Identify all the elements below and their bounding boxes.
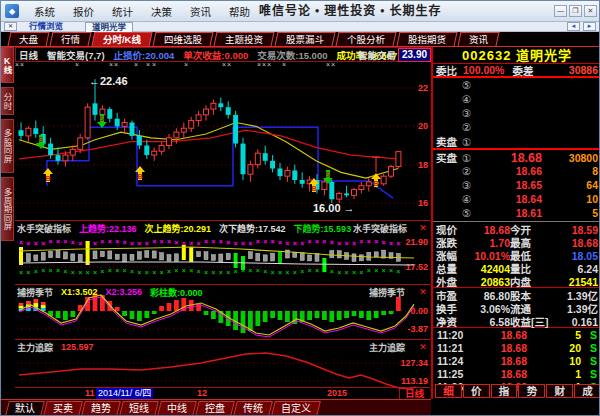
panel-tab-价[interactable]: 价 [463,384,490,398]
svg-text:×: × [226,269,230,276]
svg-text:×: × [86,269,90,276]
sidebar-tab-K线[interactable]: K线 [1,47,14,83]
pane2-close-icon[interactable]: ✕ [417,222,429,234]
panel-tab-成[interactable]: 成 [574,384,600,398]
menu-item-报价[interactable]: 报价 [64,4,103,19]
trade-dir: S [581,368,597,380]
toolbar-tab-默认[interactable]: 默认 [5,401,45,416]
trade-dir: S [581,342,597,354]
svg-text:×: × [267,61,271,68]
buy-vol: 10 [542,193,598,205]
svg-text:×: × [115,267,119,274]
ribbon-tab-label: 资讯 [469,33,488,46]
pane4-value: 125.597 [61,342,94,352]
ribbon-tab-四维选股[interactable]: 四维选股 [153,32,214,46]
panel-tab-细[interactable]: 细 [435,384,462,398]
chart-header: 智能交易 23.90 日线智能交易(7,7)止损价:20.004单次收益:0.0… [15,47,431,62]
menu-item-统计[interactable]: 统计 [103,4,142,19]
svg-text:×: × [184,61,188,68]
svg-text:×: × [315,238,319,245]
toolbar-tab-短线[interactable]: 短线 [119,401,159,416]
svg-text:×: × [100,268,104,275]
pane3-close-icon[interactable]: ✕ [417,286,429,298]
trade-row-11:24: 11:2418.6810S [433,354,600,367]
minimize-button[interactable]: — [554,5,567,17]
tab-close-icon[interactable]: ✕ [4,22,17,31]
svg-text:×: × [134,61,138,68]
panel-tab-财[interactable]: 财 [546,384,573,398]
nav-next-icon[interactable]: ► [583,22,596,31]
buy-vol: 30800 [542,152,598,164]
x-axis-label-11: 11 [85,388,95,399]
ribbon-tab-资讯[interactable]: 资讯 [458,32,500,46]
svg-text:×: × [382,239,386,246]
svg-text:16.00 →: 16.00 → [313,202,355,214]
ribbon-tab-分时/K线[interactable]: 分时/K线 [92,32,153,46]
svg-text:×: × [352,269,356,276]
svg-text:×: × [278,239,282,246]
ribbon-tab-个股分析[interactable]: 个股分析 [336,32,397,46]
buy-row-①: 买盘①18.6830800 [433,150,600,164]
svg-text:×: × [15,61,19,68]
svg-text:×: × [78,269,82,276]
svg-text:×: × [374,267,378,274]
sidebar-tab-多周期同屏[interactable]: 多周期同屏 [1,177,14,241]
menu-item-帮助[interactable]: 帮助 [220,4,259,19]
toolbar-tab-趋势[interactable]: 趋势 [81,401,121,416]
stat-value: 18.59 [554,224,598,236]
toolbar-tab-自定义[interactable]: 自定义 [271,401,321,416]
toolbar-tab-label: 自定义 [281,402,311,416]
toolbar-tab-买卖[interactable]: 买卖 [43,401,83,416]
svg-text:×: × [108,238,112,245]
svg-text:×: × [389,240,393,247]
tab-stock-daoming[interactable]: 道明光学 [85,22,133,32]
restore-button[interactable]: ❐ [569,5,582,17]
svg-text:×: × [152,238,156,245]
quote-panel-tabs: 细价指势财成 [433,384,600,398]
menu-bar: 系统报价统计决策资讯帮助 [25,4,259,19]
ribbon-tab-股指期货[interactable]: 股指期货 [397,32,458,46]
x-axis-period[interactable]: 日线 [399,388,429,399]
toolbar-tab-label: 短线 [129,402,149,416]
svg-text:×: × [63,238,67,245]
sidebar-tab-分时[interactable]: 分时 [1,87,14,115]
pane4-close-icon[interactable]: ✕ [417,341,429,353]
svg-text:×: × [382,267,386,274]
sidebar-tab-多股同屏[interactable]: 多股同屏 [1,119,14,173]
chart-header-item-4: 交易次数:15.000 [257,48,327,62]
tab-market-browse[interactable]: 行情浏览 [23,22,69,32]
sell-row-③: ③ [433,106,600,120]
stats-row-外盘: 外盘20863内盘21541 [433,274,600,287]
ribbon-tab-主题投资[interactable]: 主题投资 [214,32,275,46]
toolbar-tab-控盘[interactable]: 控盘 [195,401,235,416]
nav-prev-icon[interactable]: ◄ [567,22,580,31]
toolbar-tab-传统[interactable]: 传统 [233,401,273,416]
ribbon-tab-行情[interactable]: 行情 [50,32,92,46]
level-num: ⑤ [462,79,482,91]
svg-text:×: × [285,240,289,247]
menu-item-系统[interactable]: 系统 [25,4,64,19]
trade-dir: S [581,355,597,367]
trade-dir: S [581,329,597,341]
toolbar-tab-中线[interactable]: 中线 [157,401,197,416]
buy-price: 18.65 [482,179,542,191]
panel-tab-势[interactable]: 势 [518,384,545,398]
svg-text:0.00: 0.00 [410,306,428,316]
menu-item-资讯[interactable]: 资讯 [181,4,220,19]
close-button[interactable]: ✕ [584,5,597,17]
ribbon-tab-label: 股指期货 [408,33,446,46]
svg-text:×: × [204,238,208,245]
x-axis-label-2015: 2015 [327,388,347,399]
sell-row-④: ④ [433,92,600,106]
ribbon-tab-label: 股票漏斗 [286,33,324,46]
ribbon-tab-股票漏斗[interactable]: 股票漏斗 [275,32,336,46]
menu-item-决策[interactable]: 决策 [142,4,181,19]
svg-text:×: × [114,61,118,68]
svg-text:×: × [337,240,341,247]
trade-time: 11:21 [437,342,469,354]
buy-price: 18.64 [482,193,542,205]
panel-tab-指[interactable]: 指 [491,384,518,398]
svg-text:×: × [152,269,156,276]
trade-time: 11:25 [437,368,469,380]
ribbon-tab-大盘[interactable]: 大盘 [8,32,50,46]
